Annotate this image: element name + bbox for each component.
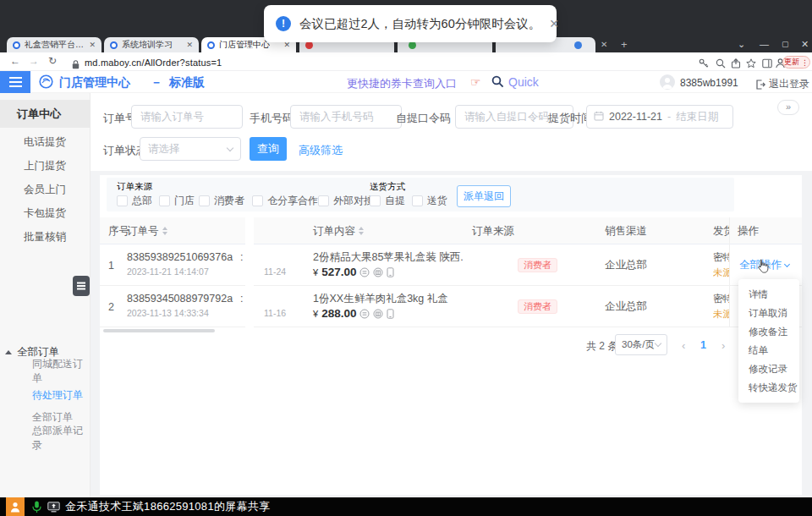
sidebar-item-phone-pickup[interactable]: 电话提货 <box>0 130 91 154</box>
date-range-picker[interactable]: 2022-11-21 - 结束日期 <box>586 105 733 129</box>
horizontal-scrollbar-thumb[interactable] <box>103 329 215 332</box>
menu-item-express-ship[interactable]: 转快递发货 <box>738 378 799 397</box>
sidebar-item-label: 上门提货 <box>24 159 66 173</box>
cell-order-time: 2023-11-13 14:33:34 <box>127 308 209 318</box>
prev-page-button[interactable]: ‹ <box>682 339 685 352</box>
dispatch-return-button[interactable]: 派单退回 <box>457 185 511 207</box>
checkbox-deliver[interactable]: 送货 <box>412 194 447 208</box>
new-tab-button[interactable]: + <box>621 39 628 50</box>
checkbox-self-pickup[interactable]: 自提 <box>370 194 405 208</box>
sidebar-subitem-hq-dispatch-log[interactable]: 总部派单记录 <box>0 427 91 449</box>
pointing-finger-icon: ☞ <box>470 75 481 89</box>
chevron-down-icon <box>655 340 661 347</box>
menu-item-detail[interactable]: 详情 <box>738 285 799 304</box>
tab-close-icon[interactable]: ✕ <box>186 41 193 49</box>
advanced-filter-link[interactable]: 高级筛选 <box>299 143 343 158</box>
url-text[interactable]: md.maboy.cn/AllOrder?status=1 <box>85 58 222 68</box>
tab-title: 系统培训学习 <box>122 39 173 51</box>
menu-item-close-order[interactable]: 结单 <box>738 341 799 360</box>
sidebar-item-label: 批量核销 <box>24 230 66 244</box>
window-menu-icon[interactable]: ⌄ <box>738 40 745 49</box>
current-page-number[interactable]: 1 <box>700 339 706 351</box>
microphone-icon <box>32 501 41 513</box>
zoom-icon[interactable] <box>716 57 726 72</box>
reload-icon[interactable]: ↻ <box>48 56 57 66</box>
browser-tab-2[interactable]: 系统培训学习 ✕ <box>104 37 199 52</box>
pagination-total: 共 2 条 <box>586 339 617 354</box>
window-minimize-icon[interactable]: — <box>760 40 769 49</box>
app-logo-icon <box>39 74 53 92</box>
next-page-button[interactable]: › <box>721 339 725 352</box>
checkbox-icon[interactable] <box>199 195 210 206</box>
screen-share-bar: 金禾通技术王斌18662591081的屏幕共享 <box>0 497 812 516</box>
browser-tab-1[interactable]: 礼盒营销平台管理中心 ✕ <box>7 37 102 52</box>
menu-item-cancel-order[interactable]: 订单取消 <box>738 304 799 322</box>
back-icon[interactable]: ← <box>10 56 20 66</box>
more-menu-icon[interactable]: ⋮ <box>801 58 809 67</box>
menu-item-edit-remark[interactable]: 修改备注 <box>738 322 799 341</box>
checkbox-icon[interactable] <box>159 195 170 206</box>
update-label: 更新 <box>784 57 799 68</box>
col-header-action: 操作 <box>738 217 759 244</box>
sidebar-item-card-pickup[interactable]: 卡包提货 <box>0 201 91 225</box>
order-status-select[interactable]: 请选择 <box>140 137 241 161</box>
checkbox-store[interactable]: 门店 <box>159 194 195 208</box>
menu-item-edit-history[interactable]: 修改记录 <box>738 360 799 378</box>
col-header-order-no[interactable]: 订单号 <box>127 217 167 244</box>
window-maximize-icon[interactable]: ▢ <box>782 41 789 48</box>
key-icon[interactable] <box>699 57 709 72</box>
chrome-update-button[interactable]: 更新 ⋮ <box>782 56 810 69</box>
window-close-icon[interactable]: ✕ <box>801 40 809 49</box>
bookmark-star-icon[interactable] <box>746 57 756 72</box>
cell-channel: 企业总部 <box>605 244 647 286</box>
quick-link[interactable]: Quick <box>508 75 539 89</box>
side-panel-icon[interactable] <box>762 57 772 72</box>
logout-button[interactable]: 退出登录 <box>755 77 809 91</box>
collapse-filters-button[interactable]: » <box>777 100 799 115</box>
checkbox-warehouse-share[interactable]: 仓分享合作 <box>252 194 318 208</box>
username-text[interactable]: 8385wb1991 <box>680 77 738 89</box>
sort-icon[interactable] <box>359 227 364 235</box>
source-badge: 消费者 <box>518 258 557 272</box>
sidebar-subitem-pending-orders[interactable]: 待处理订单 <box>0 384 91 406</box>
checkbox-consumer[interactable]: 消费者 <box>199 194 244 208</box>
order-no-input[interactable] <box>131 105 243 129</box>
checkbox-icon[interactable] <box>318 195 329 206</box>
col-header-content[interactable]: 订单内容 <box>313 217 364 244</box>
sidebar-drag-handle[interactable] <box>73 276 90 296</box>
page-size-select[interactable]: 30条/页 <box>615 334 667 355</box>
forward-icon[interactable]: → <box>29 56 39 66</box>
sidebar-subitem-city-delivery[interactable]: 同城配送订单 <box>0 360 91 382</box>
col-header-source: 订单来源 <box>472 217 514 244</box>
ship-status-line2: 未派 <box>713 266 729 279</box>
search-button[interactable]: 查询 <box>250 137 287 161</box>
checkbox-icon[interactable] <box>412 195 423 206</box>
table-row[interactable]: 1 83859389251069376a 2023-11-21 14:14:07… <box>100 244 802 286</box>
tab-title: 门店管理中心 <box>219 39 270 51</box>
sidebar-toggle-button[interactable] <box>0 71 30 93</box>
sidebar-item-door-pickup[interactable]: 上门提货 <box>0 154 91 178</box>
checkbox-icon[interactable] <box>252 195 263 206</box>
phone-input[interactable] <box>290 105 402 129</box>
sidebar-subitem-label: 同城配送订单 <box>32 357 91 386</box>
tab-close-icon[interactable]: ✕ <box>601 41 607 49</box>
sort-icon[interactable] <box>162 227 167 235</box>
checkbox-external[interactable]: 外部对接 <box>318 194 374 208</box>
toast-close-icon[interactable]: ✕ <box>549 17 559 30</box>
col-header-channel: 销售渠道 <box>605 217 647 244</box>
share-icon[interactable] <box>731 57 741 72</box>
promo-link[interactable]: 更快捷的券卡查询入口 <box>347 76 457 91</box>
sharer-avatar-icon <box>6 497 25 516</box>
tab-close-icon[interactable]: ✕ <box>89 41 96 49</box>
start-date-value[interactable]: 2022-11-21 <box>609 111 662 123</box>
checkbox-hq[interactable]: 总部 <box>117 194 152 208</box>
checkbox-icon[interactable] <box>370 195 381 206</box>
checkbox-icon[interactable] <box>117 195 128 206</box>
end-date-placeholder[interactable]: 结束日期 <box>676 110 718 124</box>
checkbox-label: 送货 <box>427 194 447 208</box>
user-avatar[interactable] <box>660 74 675 90</box>
quick-search-icon[interactable] <box>491 75 504 91</box>
table-row[interactable]: 2 83859345088979792a 2023-11-13 14:33:34… <box>100 286 802 327</box>
sidebar-item-batch-verify[interactable]: 批量核销 <box>0 225 91 249</box>
sidebar-item-member-visit[interactable]: 会员上门 <box>0 178 91 201</box>
